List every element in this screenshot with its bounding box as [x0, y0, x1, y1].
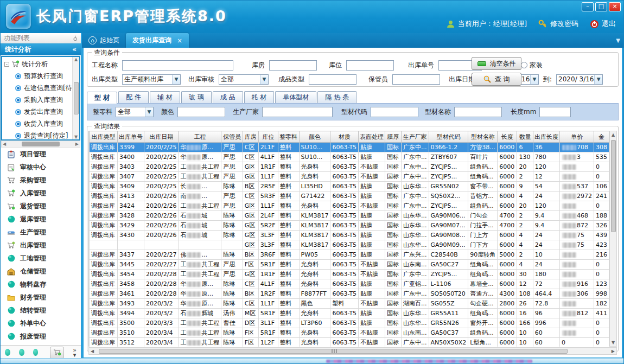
cell[interactable]: 整料: [278, 221, 299, 231]
cell[interactable]: 872: [559, 221, 594, 231]
menu-item[interactable]: 退库管理: [1, 213, 81, 226]
cell[interactable]: 陈琳: [221, 211, 243, 221]
cell[interactable]: 123: [594, 279, 609, 289]
table-row[interactable]: 调拨出库34242020/2/26工共工程严思G区1L1F整料光身料6063-T…: [90, 201, 609, 211]
menu-item[interactable]: 补单中心: [1, 317, 81, 330]
cell[interactable]: 6063-T5: [330, 240, 359, 250]
cell[interactable]: 72: [533, 279, 559, 289]
cell[interactable]: 5R1F: [258, 328, 278, 338]
cell[interactable]: 国标: [385, 279, 402, 289]
cell[interactable]: 6063-T5: [330, 289, 359, 299]
cell[interactable]: G区: [243, 221, 258, 231]
cell[interactable]: [559, 250, 594, 260]
cell[interactable]: 24: [533, 260, 559, 270]
cell[interactable]: 山东华...: [401, 211, 429, 221]
cell[interactable]: 严思: [221, 201, 243, 211]
scrollbar-thumb[interactable]: [74, 82, 79, 114]
cell[interactable]: 180: [533, 270, 559, 279]
cell[interactable]: 工共工程: [179, 201, 221, 211]
cell[interactable]: 2R5F: [258, 182, 278, 191]
cell[interactable]: 20: [517, 201, 533, 211]
cell[interactable]: 广东中...: [401, 289, 429, 299]
cell[interactable]: 3454: [117, 270, 144, 279]
cell[interactable]: 4L1F: [258, 279, 278, 289]
column-header[interactable]: 出库类型: [90, 131, 118, 143]
cell[interactable]: SQ50X2...: [429, 191, 468, 201]
cell[interactable]: 国标: [385, 260, 402, 270]
cell[interactable]: 光身料: [299, 338, 330, 347]
scroll-down-icon[interactable]: ▼: [74, 135, 78, 139]
cell[interactable]: 6063-T5: [330, 201, 359, 211]
cell[interactable]: 国标: [385, 299, 402, 309]
color-input[interactable]: [177, 107, 225, 117]
cell[interactable]: 国标: [385, 191, 402, 201]
cell[interactable]: 306: [559, 289, 594, 299]
cell[interactable]: 6063-T5: [330, 143, 359, 152]
cell[interactable]: 1L1F: [258, 172, 278, 182]
cell[interactable]: [559, 270, 594, 279]
cell[interactable]: 72.8: [533, 299, 559, 309]
column-header[interactable]: 长度: [498, 131, 517, 143]
cell[interactable]: 调拨出库: [90, 338, 118, 347]
profile-name-input[interactable]: [454, 107, 502, 117]
minimize-button[interactable]: –: [582, 2, 594, 11]
cell[interactable]: AN50X50X2: [429, 338, 468, 347]
cell[interactable]: [144, 240, 179, 250]
cell[interactable]: GR55N26: [429, 318, 468, 328]
menu-item[interactable]: 采购管理: [1, 174, 81, 187]
cell[interactable]: 3493: [117, 299, 144, 309]
cell[interactable]: 75: [559, 231, 594, 240]
cell[interactable]: LT3P60: [299, 318, 330, 328]
menu-item[interactable]: 仓储管理: [1, 265, 81, 278]
table-row[interactable]: 调拨出库34542020/2/28工共工程严思G区1R1F整料光身料6063-T…: [90, 270, 609, 279]
tab-overflow-caret-icon[interactable]: ▼: [616, 37, 620, 43]
cell[interactable]: 工共工程: [179, 270, 221, 279]
cell[interactable]: 国标: [385, 143, 402, 152]
maximize-button[interactable]: □: [595, 2, 607, 11]
clear-conditions-button[interactable]: 清空条件: [472, 57, 521, 70]
cell[interactable]: 24: [533, 240, 559, 250]
cell[interactable]: [179, 240, 221, 250]
cell[interactable]: 2020/3/3: [144, 318, 179, 328]
cell[interactable]: ZYCJP5...: [429, 201, 468, 211]
scroll-up-icon[interactable]: ▲: [74, 57, 78, 62]
cell[interactable]: KLM3817: [299, 211, 330, 221]
tree-root[interactable]: - 统计分析: [4, 58, 79, 70]
cell[interactable]: 3424: [117, 201, 144, 211]
cell[interactable]: M区: [243, 309, 258, 318]
profile-code-input[interactable]: [371, 107, 418, 117]
cell[interactable]: 严思: [221, 143, 243, 152]
table-row[interactable]: 调拨出库34072020/2/25工共工程严思G区1L1F整料光身料6063-T…: [90, 172, 609, 182]
cell[interactable]: 3L3F: [258, 240, 278, 250]
table-row[interactable]: 调拨出库34932020/3/2华原...陈琳C区1L1F整料黑色塑料不贴膜国标…: [90, 299, 609, 309]
cell[interactable]: 贴膜: [359, 231, 385, 240]
cell[interactable]: 整料: [278, 270, 299, 279]
cell[interactable]: 36: [533, 143, 559, 152]
cell[interactable]: 6063-T5: [330, 338, 359, 347]
cell[interactable]: 山东南...: [401, 260, 429, 270]
menu-item[interactable]: 退货管理: [1, 200, 81, 213]
cell[interactable]: 组角码...: [468, 328, 498, 338]
cell[interactable]: 6063-T5: [330, 172, 359, 182]
cell[interactable]: 4: [517, 191, 533, 201]
material-tab[interactable]: 成 品: [213, 91, 243, 103]
cell[interactable]: SQ5050T20: [429, 289, 468, 299]
cell[interactable]: 广东中...: [401, 191, 429, 201]
cell[interactable]: 调拨出库: [90, 231, 118, 240]
cell[interactable]: 6000: [498, 191, 517, 201]
cell[interactable]: 国标: [385, 338, 402, 347]
cell[interactable]: 不贴膜: [359, 201, 385, 211]
cell[interactable]: 20: [517, 162, 533, 172]
cell[interactable]: 2800: [498, 299, 517, 309]
cell[interactable]: 调拨出库: [90, 309, 118, 318]
cell[interactable]: 6000: [498, 162, 517, 172]
cell[interactable]: C区: [243, 299, 258, 309]
column-header[interactable]: 型材代码: [429, 131, 468, 143]
cell[interactable]: 3: [559, 152, 594, 162]
cell[interactable]: 黑色: [299, 299, 330, 309]
tree-item[interactable]: 在途信息查询[待: [4, 82, 79, 94]
cell[interactable]: 华原...: [179, 279, 221, 289]
scrollbar-thumb[interactable]: [611, 140, 616, 232]
cell[interactable]: G71422: [299, 191, 330, 201]
cell[interactable]: 百叶片: [468, 152, 498, 162]
